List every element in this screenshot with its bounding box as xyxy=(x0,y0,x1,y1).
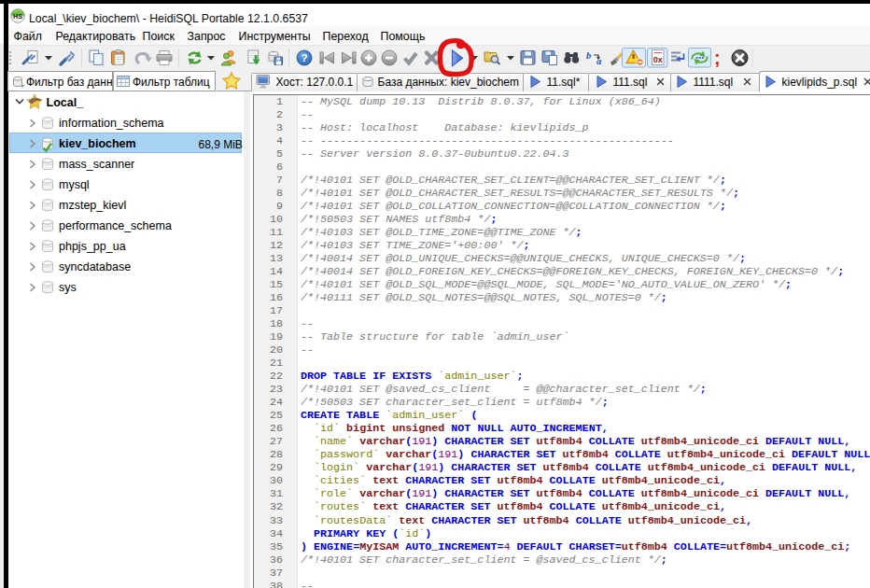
svg-text:?: ? xyxy=(301,52,307,63)
svg-text:b: b xyxy=(586,50,591,61)
svg-text:HS: HS xyxy=(13,12,22,21)
svg-text:0x: 0x xyxy=(653,55,663,64)
svg-text:;: ; xyxy=(714,48,721,68)
